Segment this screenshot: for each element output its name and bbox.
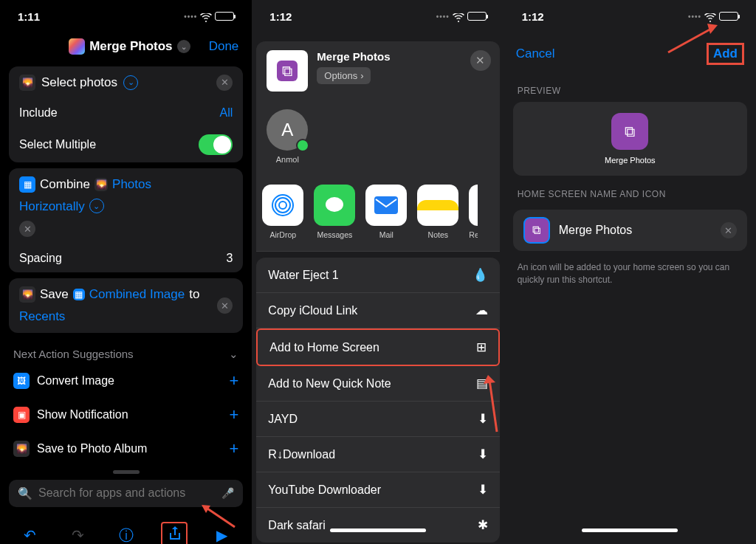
cellular-icon: ••••	[184, 13, 197, 21]
preview-icon: ⧉	[611, 113, 648, 150]
photos-icon: 🌄	[19, 286, 35, 303]
action-rdownload[interactable]: R↓Download⬇	[256, 437, 499, 472]
convert-icon: 🖼	[13, 373, 30, 389]
home-indicator[interactable]	[330, 528, 426, 532]
shortcut-name: Merge Photos	[317, 50, 390, 63]
download-icon: ⬇	[478, 482, 488, 497]
preview-label: PREVIEW	[504, 72, 756, 102]
combine-action[interactable]: ▦ Combine 🌄 Photos Horizontally ⌄ ✕ Spac…	[9, 168, 243, 273]
remove-action-icon[interactable]: ✕	[216, 75, 233, 91]
contact-name: Anmol	[267, 155, 308, 164]
select-photos-action[interactable]: 🌄 Select photos ⌄ ✕ Include All Select M…	[9, 66, 243, 162]
shortcut-title[interactable]: Merge Photos ⌄	[69, 38, 190, 55]
name-input[interactable]: Merge Photos	[559, 224, 712, 237]
expand-icon[interactable]: ⌄	[89, 199, 104, 213]
action-add-home-screen[interactable]: Add to Home Screen⊞	[256, 328, 499, 366]
share-apps-row[interactable]: AirDrop Messages Mail Notes Re	[256, 174, 499, 252]
wifi-icon	[200, 12, 212, 21]
status-icons: ••••	[436, 12, 487, 21]
wifi-icon	[704, 12, 716, 21]
add-icon[interactable]: +	[229, 371, 238, 390]
save-action[interactable]: 🌄 Save ▦ Combined Image to Recents ✕	[9, 278, 243, 333]
expand-icon[interactable]: ⌄	[123, 75, 138, 90]
remove-action-icon[interactable]: ✕	[217, 297, 233, 314]
add-icon[interactable]: +	[229, 439, 238, 458]
done-button[interactable]: Done	[209, 39, 239, 54]
action-jayd[interactable]: JAYD⬇	[256, 402, 499, 437]
photos-icon: 🌄	[19, 75, 35, 91]
undo-button[interactable]: ↶	[17, 526, 44, 544]
share-sheet-screen: 1:12 •••• ⧉ Merge Photos Options › ✕ A A…	[252, 0, 504, 544]
add-to-home-screen: 1:12 •••• Cancel Add PREVIEW ⧉ Merge Pho…	[504, 0, 756, 544]
contact-avatar[interactable]: A	[267, 109, 308, 151]
add-button[interactable]: Add	[707, 43, 744, 65]
home-indicator[interactable]	[582, 528, 678, 532]
cancel-button[interactable]: Cancel	[516, 47, 555, 61]
suggestion-show-notification[interactable]: ▣Show Notification +	[0, 398, 252, 432]
play-button[interactable]: ▶	[209, 526, 236, 544]
svg-point-2	[275, 198, 290, 213]
action-quick-note[interactable]: Add to New Quick Note▤	[256, 366, 499, 402]
remove-action-icon[interactable]: ✕	[19, 221, 35, 237]
action-dark-safari[interactable]: Dark safari✱	[256, 508, 499, 543]
preview-name: Merge Photos	[605, 156, 655, 165]
select-multiple-toggle[interactable]	[199, 134, 233, 155]
plus-square-icon: ⊞	[476, 340, 487, 355]
spacing-value[interactable]: 3	[226, 252, 233, 265]
time: 1:12	[269, 10, 292, 23]
cellular-icon: ••••	[436, 13, 450, 21]
search-input[interactable]	[38, 486, 216, 500]
droplet-icon: 💧	[472, 267, 488, 283]
time: 1:11	[18, 10, 40, 23]
combine-icon: ▦	[19, 176, 35, 193]
close-button[interactable]: ✕	[470, 50, 491, 71]
loading-icon: ✱	[478, 517, 488, 533]
shortcut-editor-screen: 1:11 •••• Merge Photos ⌄ Done 🌄 Select p…	[0, 0, 252, 544]
search-bar[interactable]: 🔍 🎤	[9, 480, 243, 507]
search-icon: 🔍	[18, 486, 32, 500]
icon-picker[interactable]: ⧉	[523, 217, 550, 244]
shortcut-icon: ⧉	[267, 50, 308, 92]
help-text: An icon will be added to your home scree…	[504, 255, 756, 292]
share-header: ⧉ Merge Photos Options › ✕	[256, 41, 499, 100]
suggestions-header[interactable]: Next Action Suggestions ⌄	[0, 339, 252, 364]
status-bar: 1:12 ••••	[252, 0, 504, 32]
chevron-down-icon: ⌄	[229, 348, 238, 361]
chevron-right-icon: ›	[360, 70, 363, 81]
mail-button[interactable]: Mail	[365, 185, 407, 239]
status-bar: 1:11 ••••	[0, 0, 252, 32]
status-icons: ••••	[688, 12, 738, 21]
cellular-icon: ••••	[688, 13, 701, 21]
action-youtube-downloader[interactable]: YouTube Downloader⬇	[256, 472, 499, 508]
download-icon: ⬇	[478, 447, 488, 462]
messages-badge-icon	[296, 139, 309, 152]
messages-button[interactable]: Messages	[314, 185, 355, 239]
download-icon: ⬇	[478, 411, 488, 427]
photos-token-icon: 🌄	[94, 178, 108, 191]
notification-icon: ▣	[13, 407, 30, 423]
notes-button[interactable]: Notes	[417, 185, 458, 239]
action-copy-icloud[interactable]: Copy iCloud Link☁	[256, 293, 499, 328]
modal-header: Cancel Add	[504, 32, 756, 72]
airdrop-button[interactable]: AirDrop	[262, 185, 303, 239]
info-button[interactable]: ⓘ	[113, 526, 140, 544]
mic-icon[interactable]: 🎤	[221, 487, 234, 499]
name-input-row: ⧉ Merge Photos ✕	[513, 210, 747, 251]
suggestion-save-album[interactable]: 🌄Save to Photo Album +	[0, 432, 252, 466]
cloud-icon: ☁	[475, 303, 488, 318]
svg-point-1	[279, 202, 286, 209]
add-icon[interactable]: +	[229, 405, 238, 424]
sheet-handle[interactable]	[113, 470, 140, 474]
suggestion-convert-image[interactable]: 🖼Convert Image +	[0, 364, 252, 398]
include-value[interactable]: All	[220, 106, 233, 120]
toolbar: ↶ ↷ ⓘ ▶	[0, 513, 252, 544]
battery-icon	[215, 12, 234, 21]
share-button[interactable]	[161, 522, 188, 544]
layers-icon: ⧉	[625, 123, 635, 140]
layers-icon: ⧉	[282, 63, 292, 80]
action-water-eject[interactable]: Water Eject 1💧	[256, 258, 499, 293]
more-app-button[interactable]: Re	[469, 185, 478, 239]
clear-icon[interactable]: ✕	[721, 222, 737, 238]
preview-box: ⧉ Merge Photos	[513, 102, 747, 176]
options-button[interactable]: Options ›	[317, 67, 371, 84]
